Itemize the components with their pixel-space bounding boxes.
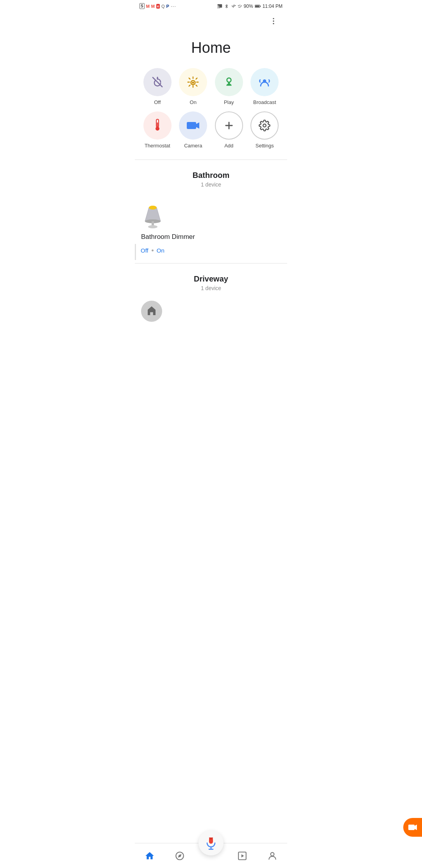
bathroom-dimmer-icon (141, 202, 165, 230)
battery-icon (255, 4, 261, 9)
header (135, 12, 287, 32)
sonos-icon: S (139, 3, 145, 9)
action-circle-settings (250, 111, 279, 140)
svg-rect-1 (255, 5, 259, 7)
thermostat-icon (152, 118, 163, 133)
home-device-icon (146, 305, 157, 317)
svg-rect-13 (187, 122, 196, 129)
more-options-button[interactable] (266, 15, 281, 29)
paypal-icon: P (166, 4, 169, 9)
svg-point-22 (148, 225, 157, 228)
action-circle-add (215, 111, 243, 140)
svg-point-3 (273, 18, 274, 19)
add-icon (224, 120, 234, 131)
more-vertical-icon (269, 17, 278, 25)
more-apps-icon: ··· (171, 3, 176, 9)
svg-point-19 (149, 206, 157, 210)
svg-marker-18 (145, 208, 161, 221)
quora-icon: Q (161, 4, 165, 9)
action-circle-play (215, 68, 243, 96)
action-on-label: On (190, 99, 197, 105)
bathroom-dimmer-controls: Off On (135, 244, 281, 260)
driveway-devices (135, 301, 287, 353)
action-circle-camera (179, 111, 207, 140)
action-circle-off (143, 68, 172, 96)
action-off[interactable]: Off (141, 68, 174, 105)
on-icon (187, 76, 199, 88)
signal-icon (238, 4, 242, 9)
action-circle-thermostat (143, 111, 172, 140)
action-broadcast-label: Broadcast (253, 99, 276, 105)
gmail-icon-2: M (151, 4, 155, 9)
section-divider (135, 160, 287, 160)
bathroom-section: Bathroom 1 device (135, 163, 287, 197)
bathroom-dimmer-name: Bathroom Dimmer (141, 233, 281, 241)
action-add[interactable]: Add (213, 111, 245, 149)
bathroom-dimmer-icon-wrap (141, 202, 281, 233)
off-icon (151, 76, 164, 88)
status-bar-left: S M M e Q P ··· (139, 3, 176, 9)
action-camera-label: Camera (184, 143, 202, 149)
svg-point-5 (273, 23, 274, 24)
bathroom-title: Bathroom (141, 171, 281, 180)
page-title: Home (135, 32, 287, 68)
bathroom-dimmer-card: Bathroom Dimmer Off On (135, 197, 287, 260)
driveway-device-icon[interactable] (141, 301, 162, 322)
driveway-section: Driveway 1 device (135, 267, 287, 301)
camera-icon (186, 120, 200, 131)
svg-point-17 (263, 124, 266, 127)
action-off-label: Off (154, 99, 161, 105)
action-play-label: Play (224, 99, 234, 105)
status-bar-right: 90% 11:04 PM (217, 4, 283, 9)
bathroom-subtitle: 1 device (141, 181, 281, 188)
driveway-divider (135, 263, 287, 264)
dimmer-on-button[interactable]: On (157, 247, 165, 254)
action-thermostat[interactable]: Thermostat (141, 111, 174, 149)
svg-point-4 (273, 20, 274, 22)
ebay-icon: e (156, 4, 160, 9)
action-thermostat-label: Thermostat (145, 143, 170, 149)
svg-point-12 (156, 127, 159, 131)
battery-text: 90% (244, 4, 253, 9)
driveway-title: Driveway (141, 274, 281, 283)
svg-point-8 (192, 82, 194, 84)
status-bar: S M M e Q P ··· 90% 11:04 PM (135, 0, 287, 12)
svg-rect-2 (260, 5, 261, 7)
settings-icon (259, 120, 270, 131)
action-camera[interactable]: Camera (177, 111, 210, 149)
gmail-icon-1: M (146, 4, 150, 9)
ctrl-separator (152, 249, 154, 251)
action-add-label: Add (224, 143, 233, 149)
actions-grid: Off On Play (135, 68, 287, 156)
bluetooth-icon (224, 4, 229, 9)
action-settings-label: Settings (256, 143, 274, 149)
driveway-subtitle: 1 device (141, 285, 281, 291)
wifi-icon (231, 4, 236, 9)
dimmer-off-button[interactable]: Off (141, 247, 148, 254)
action-broadcast[interactable]: Broadcast (249, 68, 281, 105)
svg-marker-14 (196, 122, 199, 129)
action-on[interactable]: On (177, 68, 210, 105)
action-circle-on (179, 68, 207, 96)
time: 11:04 PM (263, 4, 283, 9)
cast-icon (217, 4, 223, 9)
action-play[interactable]: Play (213, 68, 245, 105)
play-icon (223, 76, 235, 88)
action-settings[interactable]: Settings (249, 111, 281, 149)
action-circle-broadcast (250, 68, 279, 96)
broadcast-icon (258, 75, 271, 89)
